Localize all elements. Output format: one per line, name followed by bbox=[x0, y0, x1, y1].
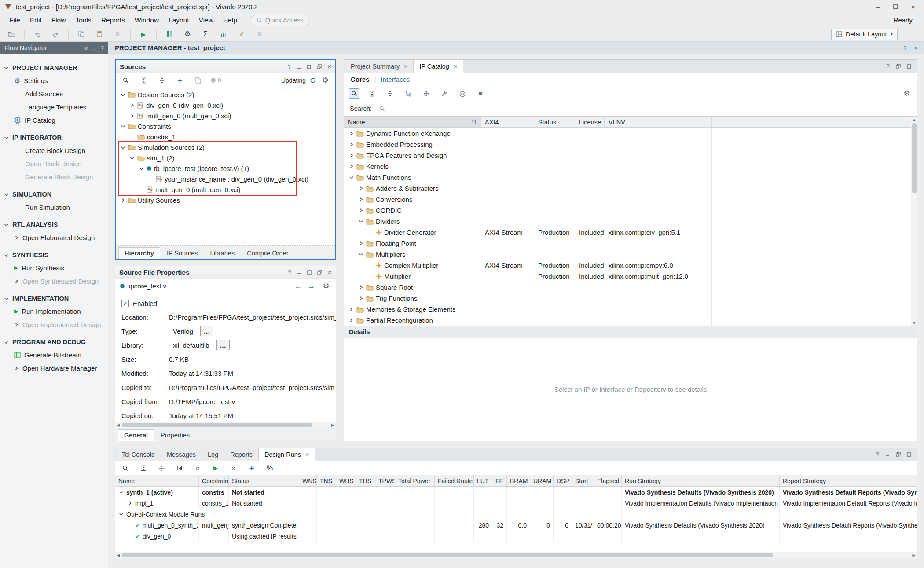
settings-icon[interactable]: ⚙ bbox=[182, 29, 193, 40]
column-header-uram[interactable]: URAM bbox=[530, 475, 554, 486]
close-view-icon[interactable]: × bbox=[914, 44, 917, 51]
catalog-row-multiplier[interactable]: MultiplierProductionIncludedxilinx.com:i… bbox=[344, 271, 917, 282]
stop-icon[interactable]: ■ bbox=[475, 88, 486, 99]
max-icon[interactable] bbox=[907, 64, 911, 69]
column-header-status[interactable]: Status bbox=[534, 117, 575, 127]
reports-icon[interactable] bbox=[218, 29, 229, 40]
runs-horizontal-scrollbar[interactable]: ◀ ▶ bbox=[115, 552, 917, 558]
min-icon[interactable] bbox=[885, 452, 890, 457]
properties-icon[interactable] bbox=[439, 88, 450, 99]
expand-all-icon[interactable] bbox=[156, 463, 167, 473]
column-header-run-strategy[interactable]: Run Strategy bbox=[622, 475, 780, 486]
tab-messages[interactable]: Messages bbox=[161, 448, 202, 461]
expander-open-icon[interactable] bbox=[358, 252, 364, 257]
chevron-down-icon[interactable] bbox=[4, 296, 9, 301]
expander-closed-icon[interactable] bbox=[358, 241, 364, 246]
float-icon[interactable] bbox=[896, 64, 901, 69]
scroll-down-icon[interactable]: ▼ bbox=[911, 320, 917, 326]
search-icon[interactable] bbox=[349, 88, 359, 99]
properties-tab-properties[interactable]: Properties bbox=[155, 429, 195, 441]
tab-tcl-console[interactable]: Tcl Console bbox=[116, 448, 161, 461]
column-header-start[interactable]: Start bbox=[572, 475, 594, 486]
catalog-row-trig-functions[interactable]: Trig Functions bbox=[344, 293, 917, 304]
back-arrow-icon[interactable]: ← bbox=[294, 282, 302, 291]
flow-section-header-synthesis[interactable]: SYNTHESIS bbox=[0, 249, 108, 261]
add-icon[interactable]: + bbox=[175, 75, 185, 86]
expander-closed-icon[interactable] bbox=[348, 142, 354, 147]
tab-design-runs[interactable]: Design Runs× bbox=[259, 448, 315, 461]
properties-tab-general[interactable]: General bbox=[118, 429, 154, 441]
float-icon[interactable] bbox=[317, 64, 322, 69]
column-header-license[interactable]: License bbox=[575, 117, 605, 127]
expander-closed-icon[interactable] bbox=[129, 103, 135, 108]
step-next-icon[interactable]: » bbox=[228, 463, 239, 473]
catalog-row-cordic[interactable]: CORDIC bbox=[344, 205, 917, 216]
sources-tab-compile-order[interactable]: Compile Order bbox=[241, 247, 294, 259]
max-icon[interactable] bbox=[307, 65, 311, 69]
tree-item-simulation[interactable]: Simulation Sources (2) bbox=[116, 142, 335, 153]
menu-reports[interactable]: Reports bbox=[96, 15, 130, 26]
expand-all-icon[interactable] bbox=[157, 75, 167, 86]
forward-arrow-icon[interactable]: → bbox=[308, 282, 315, 291]
sources-tab-hierarchy[interactable]: Hierarchy bbox=[118, 247, 160, 259]
collapse-panel-icon[interactable]: « bbox=[84, 45, 88, 51]
scroll-right-icon[interactable]: ▶ bbox=[330, 422, 336, 428]
expander-closed-icon[interactable] bbox=[129, 113, 135, 118]
edit-icon[interactable] bbox=[236, 29, 247, 40]
settings-gear-icon[interactable]: ⚙ bbox=[321, 281, 331, 291]
redo-icon[interactable] bbox=[50, 29, 61, 40]
search-icon[interactable] bbox=[120, 463, 131, 473]
expander-open-icon[interactable] bbox=[118, 490, 124, 495]
restore-default-hierarchy-icon[interactable] bbox=[403, 88, 414, 99]
max-icon[interactable] bbox=[907, 452, 911, 457]
chevron-down-icon[interactable] bbox=[4, 340, 9, 345]
sources-tab-ip-sources[interactable]: IP Sources bbox=[161, 247, 204, 259]
column-header-status[interactable]: Status bbox=[229, 475, 299, 486]
column-header-dsp[interactable]: DSP bbox=[554, 475, 572, 486]
tab-reports[interactable]: Reports bbox=[224, 448, 259, 461]
chevron-right-icon[interactable] bbox=[14, 322, 19, 327]
delete-icon[interactable]: × bbox=[112, 29, 123, 40]
close-icon[interactable]: × bbox=[328, 269, 332, 277]
column-header-tns[interactable]: TNS bbox=[317, 475, 336, 486]
flow-section-header-program-and-debug[interactable]: PROGRAM AND DEBUG bbox=[0, 336, 108, 348]
column-header-tpws[interactable]: TPWS bbox=[375, 475, 395, 486]
flow-item-open-block-design[interactable]: Open Block Design bbox=[0, 157, 108, 170]
min-icon[interactable] bbox=[297, 270, 301, 275]
open-icon[interactable] bbox=[6, 29, 17, 40]
scroll-up-icon[interactable]: ▲ bbox=[911, 117, 917, 123]
enabled-checkbox[interactable]: ✓ Enabled bbox=[121, 297, 336, 310]
flow-item-language-templates[interactable]: Language Templates bbox=[0, 100, 108, 113]
chevron-down-icon[interactable] bbox=[4, 66, 9, 70]
expander-open-icon[interactable] bbox=[120, 92, 126, 97]
column-header-ff[interactable]: FF bbox=[492, 475, 507, 486]
column-header-name[interactable]: Name bbox=[115, 475, 199, 486]
flow-item-settings[interactable]: ⚙Settings bbox=[0, 74, 108, 87]
column-header-vlnv[interactable]: VLNV bbox=[605, 117, 712, 127]
layout-select[interactable]: Default Layout ▾ bbox=[831, 29, 898, 40]
expander-closed-icon[interactable] bbox=[348, 318, 354, 323]
chevron-right-icon[interactable] bbox=[14, 279, 19, 284]
expander-closed-icon[interactable] bbox=[348, 164, 354, 169]
type-input[interactable]: Verilog bbox=[169, 326, 197, 336]
flow-item-generate-block-design[interactable]: Generate Block Design bbox=[0, 170, 108, 183]
sum-icon[interactable]: Σ bbox=[200, 29, 211, 40]
flow-item-open-synthesized-design[interactable]: Open Synthesized Design bbox=[0, 274, 108, 288]
menu-tools[interactable]: Tools bbox=[70, 15, 96, 26]
expander-closed-icon[interactable] bbox=[358, 296, 364, 301]
expander-closed-icon[interactable] bbox=[348, 153, 354, 158]
float-icon[interactable] bbox=[317, 270, 322, 275]
properties-horizontal-scrollbar[interactable]: ◀ ▶ bbox=[115, 422, 336, 428]
run-row-mult-gen-0-synth-1[interactable]: ✓mult_gen_0_synth_1mult_gen_0synth_desig… bbox=[115, 520, 917, 531]
chevron-right-icon[interactable] bbox=[14, 366, 19, 371]
close-window-button[interactable]: × bbox=[911, 3, 915, 11]
chevron-down-icon[interactable] bbox=[4, 253, 9, 258]
expander-closed-icon[interactable] bbox=[358, 208, 364, 213]
catalog-row-dynamic-function-exchange[interactable]: Dynamic Function eXchange bbox=[344, 128, 917, 139]
collapse-all-icon[interactable] bbox=[139, 75, 149, 86]
menu-window[interactable]: Window bbox=[130, 15, 164, 26]
menu-edit[interactable]: Edit bbox=[25, 15, 47, 26]
flow-item-open-implemented-design[interactable]: Open Implemented Design bbox=[0, 318, 108, 331]
expander-open-icon[interactable] bbox=[348, 175, 354, 180]
flow-item-open-elaborated-design[interactable]: Open Elaborated Design bbox=[0, 231, 108, 244]
